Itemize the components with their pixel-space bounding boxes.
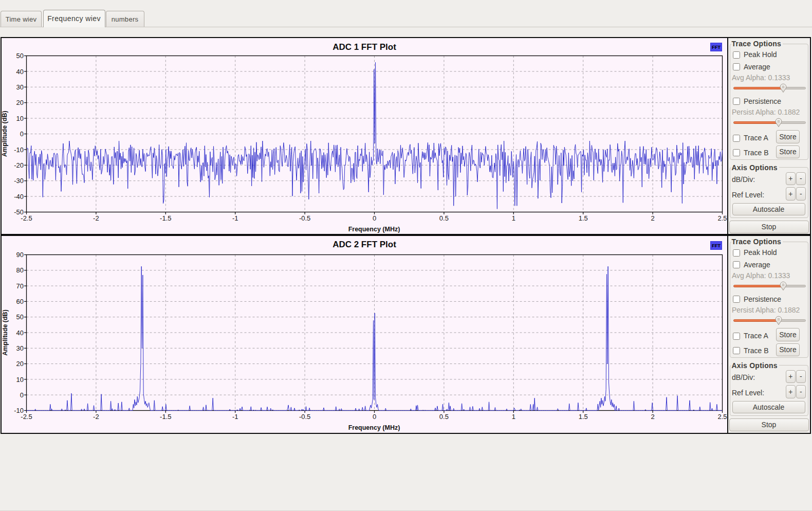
svg-text:-1.5: -1.5	[160, 413, 171, 421]
svg-text:Amplitude (dB): Amplitude (dB)	[2, 309, 9, 356]
svg-text:-0.5: -0.5	[299, 413, 310, 421]
svg-text:40: 40	[16, 68, 24, 76]
svg-text:70: 70	[16, 282, 24, 290]
svg-text:50: 50	[16, 313, 24, 321]
svg-text:ADC 1 FFT Plot: ADC 1 FFT Plot	[333, 42, 396, 52]
svg-text:50: 50	[16, 52, 24, 60]
svg-text:2: 2	[651, 214, 654, 222]
svg-text:10: 10	[16, 115, 24, 122]
svg-text:-2.5: -2.5	[21, 413, 32, 421]
svg-text:Frequency (MHz): Frequency (MHz)	[348, 226, 400, 233]
svg-text:90: 90	[16, 251, 24, 259]
svg-text:20: 20	[16, 99, 24, 106]
svg-text:Frequency (MHz): Frequency (MHz)	[348, 424, 400, 431]
svg-text:0.5: 0.5	[439, 413, 449, 421]
svg-text:-2.5: -2.5	[21, 214, 32, 222]
svg-text:60: 60	[16, 298, 24, 305]
svg-text:-2: -2	[93, 413, 99, 421]
svg-text:-30: -30	[14, 177, 24, 185]
svg-text:1: 1	[512, 214, 515, 222]
svg-text:1: 1	[512, 413, 515, 421]
svg-text:0: 0	[20, 391, 24, 399]
svg-text:-20: -20	[14, 161, 24, 169]
svg-text:0: 0	[20, 130, 24, 138]
svg-text:-0.5: -0.5	[299, 214, 310, 222]
svg-text:-1.5: -1.5	[160, 214, 171, 222]
svg-text:-1: -1	[232, 214, 238, 222]
svg-text:0: 0	[373, 214, 376, 222]
svg-text:1.5: 1.5	[579, 413, 588, 421]
svg-text:ADC 2 FFT Plot: ADC 2 FFT Plot	[333, 240, 396, 249]
svg-text:Amplitude (dB): Amplitude (dB)	[2, 111, 9, 157]
svg-text:10: 10	[16, 376, 24, 384]
svg-text:-1: -1	[232, 413, 238, 421]
svg-text:40: 40	[16, 329, 24, 337]
svg-text:2.5: 2.5	[717, 413, 727, 421]
svg-text:0.5: 0.5	[439, 214, 449, 222]
svg-text:80: 80	[16, 266, 24, 274]
svg-text:-40: -40	[14, 193, 24, 200]
svg-text:2.5: 2.5	[717, 214, 727, 222]
svg-text:2: 2	[651, 413, 654, 421]
svg-text:1.5: 1.5	[579, 214, 588, 222]
svg-text:30: 30	[16, 344, 24, 352]
svg-text:-10: -10	[14, 146, 24, 154]
svg-text:-2: -2	[93, 214, 99, 222]
svg-text:30: 30	[16, 83, 24, 91]
svg-text:20: 20	[16, 360, 24, 368]
svg-text:0: 0	[373, 413, 376, 421]
